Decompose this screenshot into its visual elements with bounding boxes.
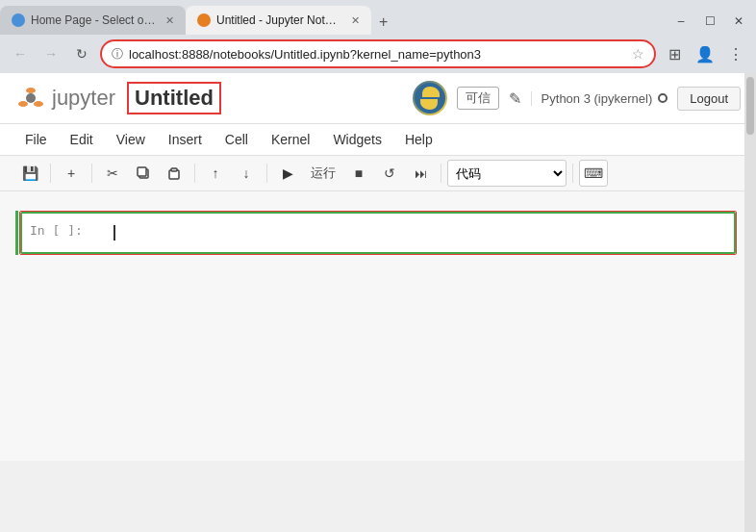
bookmark-icon[interactable]: ☆ — [632, 46, 644, 62]
tab-home-label: Home Page - Select or creat... — [31, 13, 156, 27]
tab-notebook-close[interactable]: ✕ — [351, 14, 360, 27]
toolbar-separator-5 — [441, 164, 441, 183]
code-cell[interactable]: In [ ]: — [19, 211, 737, 255]
browser-menu-icon[interactable]: ⋮ — [723, 41, 748, 66]
cell-inner: In [ ]: — [20, 212, 736, 254]
cell-input[interactable] — [109, 214, 734, 252]
address-bar: ← → ↻ ⓘ localhost:8888/notebooks/Untitle… — [0, 35, 756, 73]
run-label-button[interactable]: 运行 — [304, 160, 342, 187]
forward-button[interactable]: → — [38, 41, 63, 66]
kernel-status-circle — [658, 93, 668, 103]
save-button[interactable]: 💾 — [15, 160, 44, 187]
menu-view[interactable]: View — [107, 128, 155, 151]
svg-rect-6 — [138, 167, 146, 176]
kernel-indicator: Python 3 (ipykernel) — [531, 91, 668, 106]
cell-active-indicator — [15, 211, 18, 255]
new-tab-button[interactable]: + — [371, 10, 395, 35]
url-box[interactable]: ⓘ localhost:8888/notebooks/Untitled.ipyn… — [100, 39, 656, 68]
cell-type-select[interactable]: 代码 Markdown Raw NBConvert — [447, 160, 567, 187]
move-up-button[interactable]: ↑ — [201, 160, 230, 187]
svg-point-3 — [26, 93, 36, 103]
toolbar-separator-3 — [194, 164, 195, 183]
tab-notebook-label: Untitled - Jupyter Notebook — [216, 13, 341, 27]
run-button[interactable]: ▶ — [273, 160, 302, 187]
svg-point-2 — [34, 101, 43, 107]
tab-home-close[interactable]: ✕ — [165, 14, 174, 27]
minimize-button[interactable]: – — [668, 8, 694, 35]
paste-icon — [167, 166, 181, 180]
toolbar-separator-6 — [572, 164, 573, 183]
trusted-badge[interactable]: 可信 — [457, 87, 499, 110]
keyboard-shortcuts-button[interactable]: ⌨ — [579, 160, 608, 187]
svg-point-1 — [18, 101, 28, 107]
logout-button[interactable]: Logout — [677, 87, 741, 111]
jupyter-header: jupyter Untitled 可信 ✎ Python 3 (ipykerne… — [0, 73, 756, 124]
menu-cell[interactable]: Cell — [215, 128, 258, 151]
jupyter-logo-svg — [15, 83, 46, 114]
reload-button[interactable]: ↻ — [69, 41, 94, 66]
lock-icon: ⓘ — [112, 46, 123, 63]
menu-widgets[interactable]: Widgets — [323, 128, 391, 151]
copy-icon — [137, 166, 150, 180]
kernel-name: Python 3 (ipykernel) — [542, 91, 653, 106]
menu-kernel[interactable]: Kernel — [262, 128, 319, 151]
cell-container: In [ ]: — [19, 211, 737, 255]
toolbar-separator-4 — [266, 164, 267, 183]
jupyter-logo-text: jupyter — [52, 86, 115, 111]
menu-insert[interactable]: Insert — [159, 128, 212, 151]
fast-forward-button[interactable]: ⏭ — [406, 160, 435, 187]
cut-button[interactable]: ✂ — [98, 160, 127, 187]
python-logo — [413, 81, 447, 115]
maximize-button[interactable]: ☐ — [696, 8, 723, 35]
menu-bar: File Edit View Insert Cell Kernel Widget… — [0, 124, 756, 156]
toolbar-separator-2 — [91, 164, 92, 183]
svg-point-0 — [26, 88, 36, 93]
move-down-button[interactable]: ↓ — [232, 160, 261, 187]
profile-icon[interactable]: 👤 — [693, 41, 718, 66]
text-cursor — [113, 225, 115, 241]
tab-notebook[interactable]: Untitled - Jupyter Notebook ✕ — [186, 6, 371, 35]
notebook-title[interactable]: Untitled — [127, 82, 221, 114]
close-button[interactable]: ✕ — [725, 8, 752, 35]
scrollbar[interactable] — [744, 73, 756, 532]
toolbar-separator-1 — [50, 164, 51, 183]
edit-icon[interactable]: ✎ — [509, 89, 521, 108]
tab-home[interactable]: Home Page - Select or creat... ✕ — [0, 6, 186, 35]
add-cell-button[interactable]: + — [57, 160, 86, 187]
url-text: localhost:8888/notebooks/Untitled.ipynb?… — [129, 47, 626, 62]
extensions-icon[interactable]: ⊞ — [662, 41, 687, 66]
toolbar: 💾 + ✂ ↑ — [0, 156, 756, 191]
menu-file[interactable]: File — [15, 128, 57, 151]
jupyter-logo: jupyter — [15, 83, 115, 114]
tab-notebook-icon — [197, 13, 211, 27]
menu-edit[interactable]: Edit — [61, 128, 103, 151]
notebook-content: In [ ]: — [0, 191, 756, 461]
back-button[interactable]: ← — [8, 41, 33, 66]
svg-rect-8 — [171, 168, 177, 171]
stop-button[interactable]: ■ — [344, 160, 373, 187]
copy-button[interactable] — [129, 160, 158, 187]
menu-help[interactable]: Help — [395, 128, 442, 151]
tab-home-icon — [12, 13, 25, 27]
jupyter-header-right: 可信 ✎ Python 3 (ipykernel) Logout — [413, 81, 741, 115]
paste-button[interactable] — [160, 160, 189, 187]
restart-button[interactable]: ↺ — [375, 160, 404, 187]
scrollbar-thumb[interactable] — [746, 77, 754, 135]
cell-prompt: In [ ]: — [22, 214, 109, 252]
